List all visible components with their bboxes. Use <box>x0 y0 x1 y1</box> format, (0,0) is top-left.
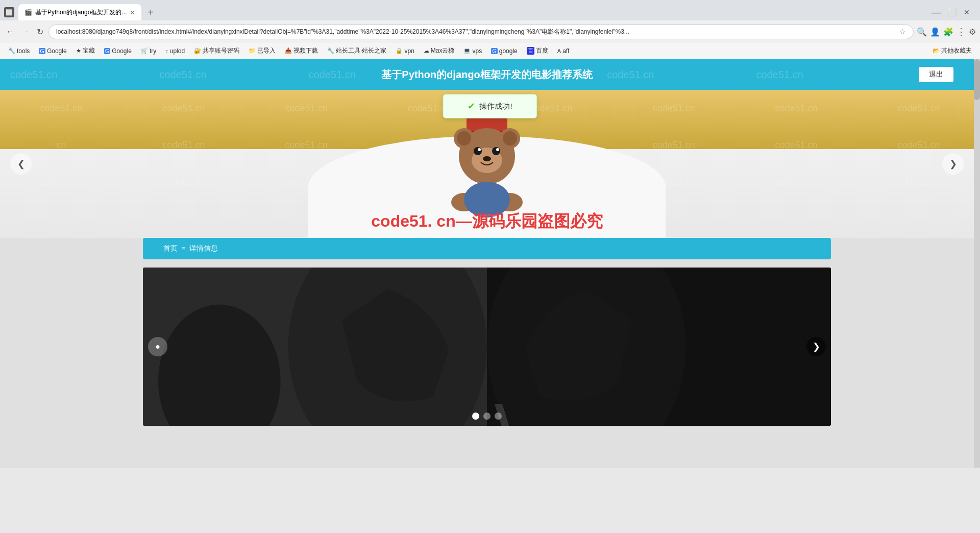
address-bar[interactable]: localhost:8080/django749q8/front/dist/in… <box>48 25 914 39</box>
svg-point-10 <box>492 147 500 155</box>
svg-point-7 <box>503 131 517 146</box>
bookmark-shared-accounts[interactable]: 🔐共享账号密码 <box>190 45 243 56</box>
profile-icon[interactable]: 👤 <box>930 27 940 37</box>
breadcrumb-current: 详情信息 <box>189 244 218 253</box>
maximize-button[interactable]: ⬜ <box>946 8 959 16</box>
bookmark-webmaster-tools[interactable]: 🔧站长工具·站长之家 <box>323 45 390 56</box>
close-button[interactable]: ✕ <box>962 8 972 16</box>
main-page: code51.cn code51.cn code51.cn code51.cn … <box>0 59 980 426</box>
bookmark-baidu[interactable]: 百百度 <box>523 45 552 56</box>
bookmark-google-2[interactable]: GGoogle <box>100 46 136 56</box>
zoom-icon: 🔍 <box>917 27 927 37</box>
carousel-left-arrow[interactable]: ❮ <box>10 153 32 175</box>
breadcrumb-bar: 首页 ≡ 详情信息 <box>143 238 831 259</box>
breadcrumb-separator: ≡ <box>182 245 185 252</box>
svg-point-11 <box>478 148 481 151</box>
bookmark-google-1[interactable]: GGoogle <box>35 46 70 56</box>
toast-check-icon: ✔ <box>468 101 475 112</box>
tab-close-icon[interactable]: ✕ <box>130 9 135 16</box>
site-title: 基于Python的django框架开发的电影推荐系统 <box>381 68 592 82</box>
movie-image <box>143 268 831 426</box>
back-button[interactable]: ← <box>4 25 16 38</box>
bookmark-vpn[interactable]: 🔒vpn <box>391 46 418 56</box>
movie-carousel-prev[interactable]: ● <box>148 337 167 356</box>
browser-app-icon: ⬜ <box>4 7 14 17</box>
movie-detail-section: ● ❯ <box>143 268 831 426</box>
movie-carousel-next[interactable]: ❯ <box>806 337 826 356</box>
carousel-dot-1[interactable] <box>472 413 479 420</box>
carousel-dots <box>472 413 502 420</box>
tab-title: 基于Python的django框架开发的... <box>35 8 127 17</box>
carousel-dot-3[interactable] <box>495 413 502 420</box>
browser-chrome: ⬜ 🎬 基于Python的django框架开发的... ✕ + — ⬜ ✕ ← … <box>0 0 980 59</box>
bookmarks-bar: 🔧tools GGoogle ★宝藏 GGoogle 🛒try ↑uplod 🔐… <box>0 43 980 59</box>
scrollbar[interactable] <box>974 59 980 468</box>
svg-point-12 <box>496 148 499 151</box>
bookmark-vps[interactable]: 💻vps <box>459 46 486 56</box>
bookmark-tools[interactable]: 🔧tools <box>4 46 34 56</box>
window-controls: — ⬜ ✕ <box>929 7 976 18</box>
bookmark-video-dl[interactable]: 📥视频下载 <box>281 45 322 56</box>
tab-bar: ⬜ 🎬 基于Python的django框架开发的... ✕ + — ⬜ ✕ <box>0 0 980 20</box>
page-wrapper: code51.cn code51.cn code51.cn code51.cn … <box>0 59 980 468</box>
carousel-right-arrow[interactable]: ❯ <box>942 153 964 175</box>
new-tab-button[interactable]: + <box>143 6 158 18</box>
bookmark-aff[interactable]: Aaff <box>553 46 573 56</box>
bookmark-star-icon[interactable]: ☆ <box>899 28 906 36</box>
carousel-dot-2[interactable] <box>483 413 491 420</box>
logout-button[interactable]: 退出 <box>919 67 953 82</box>
bookmark-other-folder[interactable]: 📂其他收藏夹 <box>928 45 976 56</box>
bookmark-max-cloud[interactable]: ☁Max云梯 <box>420 45 459 56</box>
top-navbar: code51.cn code51.cn code51.cn code51.cn … <box>0 59 974 90</box>
settings-icon[interactable]: ⚙ <box>969 27 976 37</box>
breadcrumb-home[interactable]: 首页 <box>163 244 178 253</box>
active-tab[interactable]: 🎬 基于Python的django框架开发的... ✕ <box>18 4 141 20</box>
browser-action-icons: 🔍 👤 🧩 ⋮ ⚙ <box>917 26 976 37</box>
svg-point-16 <box>464 182 510 217</box>
bookmark-imported[interactable]: 📁已导入 <box>244 45 280 56</box>
bookmark-treasure[interactable]: ★宝藏 <box>72 45 99 56</box>
reload-button[interactable]: ↻ <box>35 25 45 39</box>
scrollbar-thumb[interactable] <box>974 59 980 100</box>
more-options-icon[interactable]: ⋮ <box>957 26 966 37</box>
svg-point-6 <box>457 131 471 146</box>
tab-favicon: 🎬 <box>24 9 32 16</box>
extension-icon[interactable]: 🧩 <box>943 27 953 37</box>
svg-point-13 <box>483 156 491 161</box>
address-bar-row: ← → ↻ localhost:8080/django749q8/front/d… <box>0 20 980 43</box>
bookmark-google-3[interactable]: Ggoogle <box>487 46 522 56</box>
address-text: localhost:8080/django749q8/front/dist/in… <box>56 28 896 36</box>
page-title: 基于Python的django框架开发的电影推荐系统 <box>381 69 592 80</box>
forward-button[interactable]: → <box>19 25 32 38</box>
bookmark-try[interactable]: 🛒try <box>137 46 160 56</box>
toast-notification: ✔ 操作成功! <box>443 94 537 118</box>
bookmark-uplod[interactable]: ↑uplod <box>161 46 189 56</box>
minimize-button[interactable]: — <box>929 7 943 18</box>
toast-message: 操作成功! <box>479 102 512 111</box>
movie-carousel: ● ❯ <box>143 268 831 426</box>
svg-point-9 <box>474 147 482 155</box>
